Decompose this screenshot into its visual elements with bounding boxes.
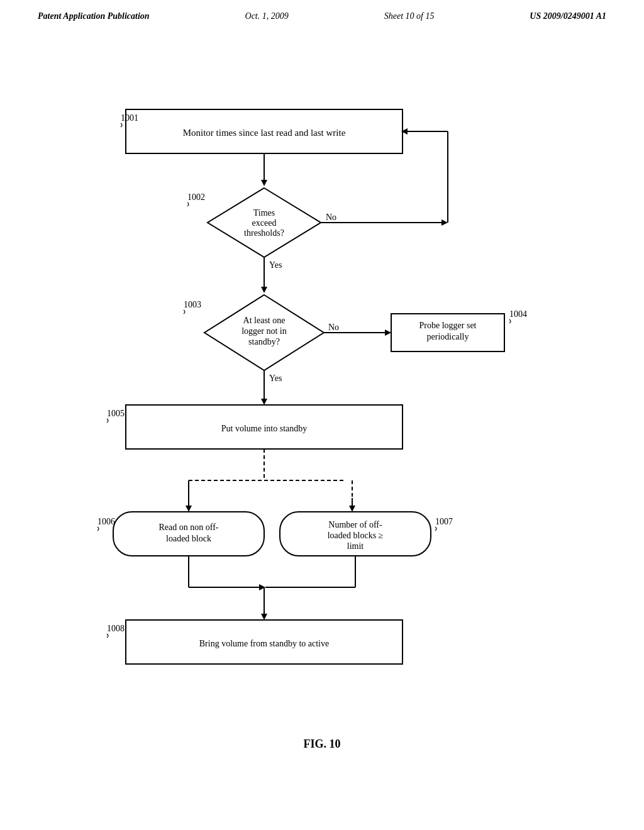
svg-marker-8 (261, 287, 267, 293)
node-1002-text1: Times (253, 208, 275, 218)
node-1006-text1: Read on non off- (159, 523, 219, 532)
sheet-label: Sheet 10 of 15 (384, 11, 435, 21)
node-1007-text2: loaded blocks ≥ (328, 531, 384, 540)
node-1003-text2: logger not in (242, 326, 287, 336)
node-1007-text3: limit (347, 541, 364, 551)
patent-number: US 2009/0249001 A1 (530, 11, 606, 21)
node-1003-no: No (328, 323, 339, 332)
node-1007-label: 1007 (435, 517, 453, 526)
node-1005-text: Put volume into standby (221, 424, 308, 433)
node-1002-no: No (326, 213, 336, 222)
node-1006-label: 1006 (97, 517, 115, 526)
node-1004-label: 1004 (509, 309, 527, 319)
node-1003-yes: Yes (269, 374, 282, 383)
figure-label: FIG. 10 (303, 738, 340, 751)
svg-marker-26 (261, 614, 267, 620)
page-header: Patent Application Publication Oct. 1, 2… (0, 0, 644, 21)
node-1003-text3: standby? (248, 337, 280, 346)
svg-marker-12 (261, 399, 267, 405)
node-1001-text: Monitor times since last read and last w… (183, 128, 346, 138)
node-1007-text1: Number of off- (328, 520, 382, 529)
node-1004-text1: Probe logger set (419, 321, 477, 330)
node-1002-yes: Yes (269, 260, 282, 270)
node-1001-label: 1001 (121, 113, 138, 123)
flowchart-svg: 1001 Monitor times since last read and l… (0, 28, 644, 719)
node-1008-label: 1008 (107, 624, 125, 633)
diagram-area: 1001 Monitor times since last read and l… (0, 28, 644, 770)
svg-marker-16 (186, 506, 192, 512)
node-1005-label: 1005 (107, 409, 125, 418)
node-1004-text2: periodically (427, 332, 469, 341)
svg-marker-1 (261, 180, 267, 186)
node-1002-label: 1002 (187, 192, 205, 202)
node-1006-text2: loaded block (166, 534, 211, 543)
node-1002-text3: thresholds? (244, 228, 284, 238)
svg-marker-10 (385, 329, 391, 336)
svg-marker-19 (349, 506, 355, 512)
svg-marker-3 (441, 219, 448, 226)
node-1008-text: Bring volume from standby to active (199, 639, 329, 648)
node-1003-label: 1003 (184, 300, 201, 309)
publication-label: Patent Application Publication (38, 11, 150, 21)
date-label: Oct. 1, 2009 (245, 11, 289, 21)
node-1002-text2: exceed (252, 218, 277, 228)
node-1003-text1: At least one (243, 316, 286, 325)
